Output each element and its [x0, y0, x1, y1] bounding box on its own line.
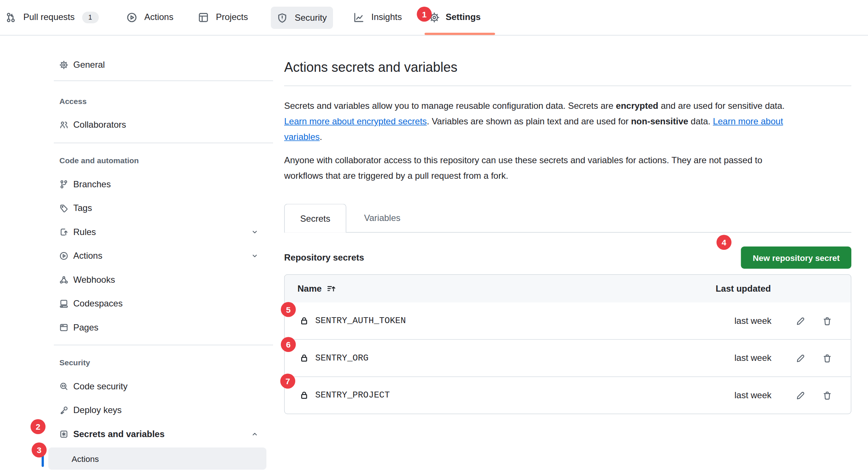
tab-projects[interactable]: Projects — [198, 6, 248, 28]
browser-icon — [60, 323, 68, 332]
divider — [54, 143, 273, 144]
gear-icon — [60, 60, 68, 69]
link-learn-encrypted-secrets[interactable]: Learn more about encrypted secrets — [284, 117, 427, 126]
code-scan-icon — [60, 382, 68, 390]
sidebar-item-label: General — [73, 60, 105, 70]
tab-label: Security — [295, 13, 327, 23]
secret-name: SENTRY_AUTH_TOKEN — [315, 316, 406, 326]
name-column-header[interactable]: Name — [297, 284, 336, 294]
lock-icon — [300, 354, 309, 363]
sidebar-item-label: Webhooks — [73, 275, 115, 285]
play-icon — [127, 12, 137, 23]
intro-text: Secrets and variables allow you to manag… — [284, 101, 616, 111]
tab-actions[interactable]: Actions — [127, 6, 174, 28]
tab-secrets[interactable]: Secrets — [284, 204, 346, 233]
secret-row: SENTRY_AUTH_TOKEN last week — [285, 303, 851, 339]
github-settings-page: Pull requests 1 Actions Projects — [0, 0, 868, 473]
divider — [54, 81, 273, 81]
webhook-icon — [60, 275, 68, 284]
annotation-badge-6: 6 — [281, 337, 296, 352]
sidebar-item-pages[interactable]: Pages — [54, 315, 273, 339]
sidebar-item-label: Code security — [73, 381, 128, 391]
sidebar-item-code-security[interactable]: Code security — [54, 374, 273, 398]
sidebar-item-label: Collaborators — [73, 120, 126, 130]
annotation-badge-2: 2 — [31, 419, 46, 435]
secret-row: SENTRY_PROJECT last week — [285, 376, 851, 414]
new-repository-secret-button[interactable]: New repository secret — [741, 246, 851, 269]
main-content: Actions secrets and variables Secrets an… — [284, 53, 851, 415]
intro-text: . — [320, 132, 322, 142]
tab-pull-requests[interactable]: Pull requests 1 — [6, 6, 98, 28]
rules-icon — [60, 227, 68, 236]
chevron-up-icon — [251, 430, 259, 438]
sidebar-item-branches[interactable]: Branches — [54, 172, 273, 196]
secret-updated: last week — [734, 390, 771, 400]
sidebar-item-label: Actions — [73, 251, 102, 261]
sidebar-item-codespaces[interactable]: Codespaces — [54, 292, 273, 316]
tab-settings[interactable]: Settings — [429, 6, 481, 28]
repo-tab-bar: Pull requests 1 Actions Projects — [0, 0, 868, 36]
delete-secret-button[interactable] — [822, 316, 832, 326]
sidebar-item-deploy-keys[interactable]: Deploy keys — [54, 398, 273, 422]
annotation-badge-5: 5 — [281, 302, 296, 317]
lock-icon — [300, 316, 309, 325]
graph-icon — [354, 12, 364, 23]
sidebar-item-tags[interactable]: Tags — [54, 196, 273, 220]
annotation-badge-3: 3 — [32, 443, 47, 458]
sidebar-item-secrets-and-variables[interactable]: Secrets and variables — [54, 422, 273, 446]
section-title: Repository secrets — [284, 253, 364, 263]
shield-icon — [277, 13, 288, 23]
delete-secret-button[interactable] — [822, 353, 832, 363]
sidebar-section-security: Security — [54, 350, 273, 375]
sidebar-section-code-automation: Code and automation — [54, 148, 273, 172]
tab-variables[interactable]: Variables — [359, 204, 406, 232]
edit-secret-button[interactable] — [796, 316, 805, 326]
git-branch-icon — [60, 180, 68, 188]
sidebar-item-label: Codespaces — [73, 298, 122, 308]
intro-text: data. — [688, 117, 713, 126]
sidebar-item-actions[interactable]: Actions — [54, 244, 273, 268]
edit-secret-button[interactable] — [796, 353, 805, 363]
secret-name: SENTRY_PROJECT — [315, 390, 390, 400]
sidebar-item-label: Rules — [73, 227, 96, 237]
chevron-down-icon — [251, 228, 259, 236]
asterisk-box-icon — [60, 429, 68, 438]
active-tab-underline — [425, 33, 495, 35]
tab-label: Actions — [144, 12, 174, 22]
divider — [54, 345, 273, 346]
annotation-badge-1: 1 — [417, 7, 432, 22]
tab-insights[interactable]: Insights — [354, 6, 402, 28]
collaborator-note-paragraph: Anyone with collaborator access to this … — [284, 153, 796, 184]
tab-label: Projects — [216, 12, 248, 22]
play-icon — [60, 251, 68, 260]
sidebar-item-label: Pages — [73, 322, 98, 332]
repository-secrets-header-row: Repository secrets New repository secret — [284, 246, 851, 269]
sidebar-item-label: Actions — [72, 454, 99, 463]
sort-ascending-icon — [327, 284, 336, 293]
sidebar-item-general[interactable]: General — [54, 53, 273, 77]
tab-label: Insights — [371, 12, 402, 22]
edit-secret-button[interactable] — [796, 390, 805, 400]
tab-label: Pull requests — [23, 12, 75, 22]
lock-icon — [300, 391, 309, 400]
people-icon — [60, 120, 68, 129]
codespaces-icon — [60, 299, 68, 308]
secret-updated: last week — [734, 316, 771, 326]
sidebar-section-access: Access — [54, 89, 273, 113]
intro-paragraph: Secrets and variables allow you to manag… — [284, 98, 796, 145]
column-label: Name — [297, 284, 322, 294]
sidebar-subitem-actions-selected[interactable]: Actions — [48, 447, 267, 470]
tab-security[interactable]: Security — [271, 7, 333, 29]
page-title: Actions secrets and variables — [284, 58, 851, 77]
sidebar-item-webhooks[interactable]: Webhooks — [54, 268, 273, 292]
sidebar-item-rules[interactable]: Rules — [54, 220, 273, 244]
intro-bold-non-sensitive: non-sensitive — [631, 117, 688, 126]
secret-row: SENTRY_ORG last week — [285, 339, 851, 377]
annotation-badge-4: 4 — [717, 235, 732, 250]
settings-sidebar: General Access Collaborators Code and au… — [54, 53, 273, 470]
chevron-down-icon — [251, 252, 259, 259]
delete-secret-button[interactable] — [822, 390, 832, 400]
secret-name: SENTRY_ORG — [315, 353, 369, 363]
tag-icon — [60, 204, 68, 212]
sidebar-item-collaborators[interactable]: Collaborators — [54, 113, 273, 137]
